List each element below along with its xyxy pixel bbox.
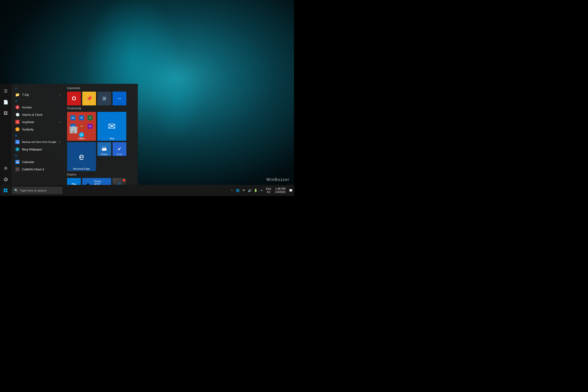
svg-rect-3 bbox=[6, 190, 7, 192]
winbuzzer-watermark: WinBuzzer bbox=[266, 177, 290, 182]
app-list: # 📁 7-Zip ∨ A A Access 🕐 Alarms & Clock … bbox=[12, 84, 64, 185]
taskbar-right: ^ 🌐 🔊 🔋 ✏ ENG ES 1:36 PM 1/3/2021 💬 bbox=[230, 185, 294, 196]
office-logo: 🏢 bbox=[69, 123, 78, 134]
volume-icon[interactable]: 🔊 bbox=[247, 188, 252, 193]
tile-todo[interactable]: ✔ To Do bbox=[112, 142, 126, 156]
news-badge bbox=[123, 179, 126, 182]
wifi-signal-icon bbox=[242, 189, 245, 192]
app-name-anydesk: AnyDesk bbox=[22, 120, 59, 124]
taskbar: 🔍 Type here to search ^ 🌐 🔊 🔋 ✏ ENG ES 1… bbox=[0, 185, 294, 196]
powerpoint-icon: P bbox=[79, 124, 84, 129]
section-label-explore: Explore bbox=[67, 173, 135, 176]
app-item-7zip[interactable]: 📁 7-Zip ∨ bbox=[12, 91, 64, 98]
news-tile-inner: 👤 bbox=[112, 178, 126, 185]
clock[interactable]: 1:36 PM 1/3/2021 bbox=[273, 187, 288, 194]
language-region: ES bbox=[266, 190, 271, 194]
tile-opera[interactable]: O bbox=[67, 92, 81, 106]
skype-icon: S bbox=[79, 132, 84, 137]
expand-icon-backup: ∨ bbox=[59, 141, 61, 143]
app-icon-backup: ☁ bbox=[15, 140, 20, 144]
mail-icon: ✉ bbox=[108, 121, 116, 132]
tile-stickynotes[interactable]: 📌 bbox=[82, 92, 96, 106]
tile-photos[interactable]: 🏔 Photos bbox=[98, 142, 111, 156]
sidebar-hamburger[interactable]: ☰ bbox=[0, 86, 11, 97]
section-b: B bbox=[12, 133, 64, 138]
search-bar[interactable]: 🔍 Type here to search bbox=[12, 187, 62, 194]
battery-icon[interactable]: 🔋 bbox=[253, 188, 258, 193]
app-item-anydesk[interactable]: A AnyDesk ∨ bbox=[12, 118, 64, 126]
app-item-backup[interactable]: ☁ Backup and Sync from Google ∨ bbox=[12, 138, 64, 146]
app-icon-7zip: 📁 bbox=[15, 92, 20, 97]
app-icon-access: A bbox=[15, 105, 20, 110]
sidebar-power[interactable]: ⏻ bbox=[0, 174, 11, 185]
tiles-panel: Importante O 📌 ⊞ ↔ Productivity Ou bbox=[64, 84, 138, 185]
tile-office[interactable]: Ou W X ☁ P N S 🏢 Office bbox=[67, 112, 96, 141]
app-name-alarms: Alarms & Clock bbox=[22, 113, 61, 116]
tile-todo-label-small: To Do bbox=[112, 153, 126, 156]
sidebar-pictures[interactable]: 🖼 bbox=[0, 108, 11, 119]
app-name-access: Access bbox=[22, 106, 61, 109]
app-item-alarms[interactable]: 🕐 Alarms & Clock bbox=[12, 111, 64, 118]
sidebar-documents[interactable]: 📄 bbox=[0, 97, 11, 108]
tiles-row-productivity: Ou W X ☁ P N S 🏢 Office bbox=[67, 112, 135, 141]
sidebar-settings[interactable]: ⚙ bbox=[0, 163, 11, 174]
app-icon-alarms: 🕐 bbox=[15, 112, 20, 117]
tiles-row-edge: e Microsoft Edge 🏔 Photos ✔ To Do bbox=[67, 142, 135, 171]
section-a: A bbox=[12, 98, 64, 104]
tile-vmware[interactable]: ⊞ bbox=[98, 92, 111, 106]
weather-icon: ☀ bbox=[86, 182, 90, 185]
app-name-backup: Backup and Sync from Google bbox=[22, 140, 59, 143]
app-name-calendar: Calendar bbox=[22, 160, 61, 164]
tile-teamviewer[interactable]: ↔ bbox=[112, 92, 126, 106]
photos-icon: 🏔 bbox=[102, 146, 107, 152]
tiles-row-importante: O 📌 ⊞ ↔ bbox=[67, 92, 135, 106]
tiles-row-explore: 🛍 Microsoft Store ☀ Sunny 43° 43°/32° bbox=[67, 178, 135, 185]
app-item-calman[interactable]: C CalMAN Client 3 bbox=[12, 166, 64, 173]
weather-condition: Sunny bbox=[94, 180, 108, 182]
opera-icon: O bbox=[72, 95, 76, 102]
app-name-bing-wallpaper: Bing Wallpaper bbox=[22, 148, 61, 151]
tile-weather[interactable]: ☀ Sunny 43° 43°/32° Madrid bbox=[82, 178, 111, 185]
stickynotes-icon: 📌 bbox=[86, 96, 92, 102]
windows-logo-icon bbox=[4, 188, 7, 192]
section-label-productivity: Productivity bbox=[67, 107, 135, 110]
news-overlay bbox=[112, 182, 126, 185]
start-menu: ☰ 📄 🖼 ⚙ ⏻ # 📁 7-Zip ∨ A A Access 🕐 Alarm… bbox=[0, 84, 138, 185]
notification-icons: ^ 🌐 🔊 🔋 ✏ bbox=[230, 188, 264, 193]
chevron-up-icon[interactable]: ^ bbox=[230, 188, 234, 193]
app-item-audacity[interactable]: ♪ Audacity bbox=[12, 126, 64, 133]
notifications-icon[interactable]: 💬 bbox=[288, 188, 293, 193]
store-icon: 🛍 bbox=[72, 182, 76, 185]
start-sidebar: ☰ 📄 🖼 ⚙ ⏻ bbox=[0, 84, 12, 185]
tile-office-label: Office bbox=[67, 137, 96, 140]
app-item-calendar[interactable]: 📅 Calendar bbox=[12, 158, 64, 166]
app-icon-calman: C bbox=[15, 167, 20, 172]
tile-news[interactable]: 👤 News bbox=[112, 178, 126, 185]
search-icon: 🔍 bbox=[14, 188, 18, 192]
app-icon-bing-wallpaper: b bbox=[15, 147, 20, 152]
app-icon-calendar: 📅 bbox=[15, 160, 20, 164]
app-name-audacity: Audacity bbox=[22, 128, 61, 131]
app-item-bing-wallpaper[interactable]: b Bing Wallpaper bbox=[12, 146, 64, 153]
tile-mail[interactable]: ✉ Mail bbox=[98, 112, 126, 141]
pen-icon[interactable]: ✏ bbox=[259, 188, 264, 193]
section-c: C bbox=[12, 153, 64, 158]
expand-icon-7zip: ∨ bbox=[59, 94, 61, 96]
search-text: Type here to search bbox=[20, 189, 46, 192]
start-button[interactable] bbox=[0, 185, 11, 196]
tile-edge-label: Microsoft Edge bbox=[67, 168, 96, 170]
language-indicator[interactable]: ENG ES bbox=[265, 187, 272, 194]
weather-info: Sunny 43° 43°/32° Madrid bbox=[94, 180, 108, 185]
section-hash: # bbox=[12, 86, 64, 91]
todo-icon: ✔ bbox=[117, 146, 122, 152]
app-icon-audacity: ♪ bbox=[15, 127, 20, 132]
app-name-7zip: 7-Zip bbox=[22, 93, 59, 96]
clock-time: 1:36 PM bbox=[275, 187, 286, 190]
wifi-icon[interactable] bbox=[242, 188, 246, 193]
excel-icon: X bbox=[88, 115, 92, 120]
onenote-icon: N bbox=[88, 124, 92, 129]
tile-edge[interactable]: e Microsoft Edge bbox=[67, 142, 96, 171]
tile-store[interactable]: 🛍 Microsoft Store bbox=[67, 178, 81, 185]
app-item-access[interactable]: A Access bbox=[12, 104, 64, 111]
network-globe-icon[interactable]: 🌐 bbox=[236, 188, 240, 193]
